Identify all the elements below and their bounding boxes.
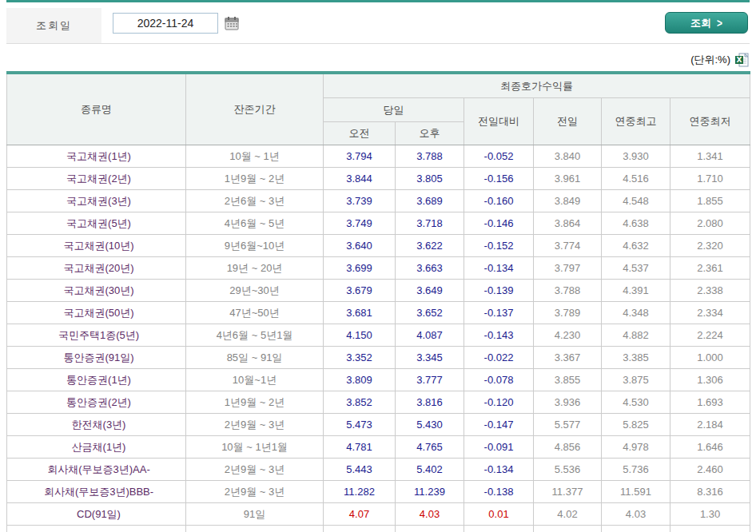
pm-yield: 3.649 <box>396 280 464 302</box>
year-high: 3.930 <box>602 145 670 168</box>
calendar-icon-svg <box>225 16 239 30</box>
excel-download-icon[interactable]: X <box>734 53 750 67</box>
year-high: 4.530 <box>602 391 670 414</box>
header-year-low: 연중최저 <box>670 98 750 145</box>
prev-day-yield: 3.797 <box>534 257 602 280</box>
year-low: 1.855 <box>670 190 750 212</box>
day-change: -0.022 <box>464 347 534 369</box>
bond-name: 국고채권(1년) <box>7 145 186 168</box>
table-body: 국고채권(1년)10월 ~ 1년3.7943.788-0.0523.8403.9… <box>7 145 750 532</box>
bond-name: CP(91일) <box>7 526 186 532</box>
pm-yield: 5.402 <box>396 459 464 481</box>
table-row: CD(91일)91일4.074.030.014.024.031.30 <box>7 503 750 526</box>
year-low: 2.361 <box>670 257 750 280</box>
year-low: 2.338 <box>670 280 750 302</box>
year-high: 5.825 <box>602 414 670 436</box>
prev-day-yield: 3.849 <box>534 190 602 212</box>
year-high: 4.537 <box>602 257 670 280</box>
bond-name: 국민주택1종(5년) <box>7 324 186 347</box>
am-yield: 3.844 <box>324 168 396 190</box>
am-yield: 5.48 <box>324 526 396 532</box>
remaining-period: 2년9월 ~ 3년 <box>186 414 324 436</box>
year-low: 1.30 <box>670 503 750 526</box>
remaining-period: 19년 ~ 20년 <box>186 257 324 280</box>
year-high: 4.03 <box>602 503 670 526</box>
table-row: 통안증권(91일)85일 ~ 91일3.3523.345-0.0223.3673… <box>7 347 750 369</box>
year-low: 1.000 <box>670 347 750 369</box>
am-yield: 4.781 <box>324 436 396 459</box>
calendar-icon[interactable] <box>225 16 239 30</box>
table-header: 종류명 잔존기간 최종호가수익률 당일 전일대비 전일 연중최고 연중최저 오전… <box>7 73 750 145</box>
bond-name: 통안증권(2년) <box>7 391 186 414</box>
prev-day-yield: 3.936 <box>534 391 602 414</box>
yield-table: 종류명 잔존기간 최종호가수익률 당일 전일대비 전일 연중최고 연중최저 오전… <box>6 71 750 532</box>
pm-yield: 3.689 <box>396 190 464 212</box>
prev-day-yield: 4.02 <box>534 503 602 526</box>
day-change: 0.01 <box>464 503 534 526</box>
search-button-label: 조회 <box>690 16 711 30</box>
search-bar: 조회일 조회 > <box>6 0 750 44</box>
prev-day-yield: 4.230 <box>534 324 602 347</box>
year-high: 5.48 <box>602 526 670 532</box>
am-yield: 3.739 <box>324 190 396 212</box>
pm-yield: 5.430 <box>396 414 464 436</box>
remaining-period: 85일 ~ 91일 <box>186 347 324 369</box>
table-row: 국고채권(2년)1년9월 ~ 2년3.8443.805-0.1563.9614.… <box>7 168 750 190</box>
bond-name: 한전채(3년) <box>7 414 186 436</box>
am-yield: 3.749 <box>324 212 396 235</box>
search-button-arrow-icon: > <box>717 16 722 29</box>
pm-yield: 3.777 <box>396 369 464 391</box>
am-yield: 3.809 <box>324 369 396 391</box>
prev-day-yield: 3.367 <box>534 347 602 369</box>
table-row: 국고채권(10년)9년6월~10년3.6403.622-0.1523.7744.… <box>7 235 750 257</box>
year-high: 4.391 <box>602 280 670 302</box>
bond-name: 회사채(무보증3년)BBB- <box>7 481 186 503</box>
table-row: 국민주택1종(5년)4년6월 ~ 5년1월4.1504.087-0.1434.2… <box>7 324 750 347</box>
year-low: 2.334 <box>670 302 750 324</box>
day-change: -0.152 <box>464 235 534 257</box>
pm-yield: 3.805 <box>396 168 464 190</box>
pm-yield: 3.622 <box>396 235 464 257</box>
am-yield: 4.150 <box>324 324 396 347</box>
table-row: 한전채(3년)2년9월 ~ 3년5.4735.430-0.1475.5775.8… <box>7 414 750 436</box>
table-row: 회사채(무보증3년)BBB-2년9월 ~ 3년11.28211.239-0.13… <box>7 481 750 503</box>
year-low: 2.184 <box>670 414 750 436</box>
prev-day-yield: 3.864 <box>534 212 602 235</box>
year-low: 1.341 <box>670 145 750 168</box>
search-button[interactable]: 조회 > <box>665 12 748 34</box>
table-row: 국고채권(50년)47년~50년3.6813.652-0.1373.7894.3… <box>7 302 750 324</box>
pm-yield: 3.788 <box>396 145 464 168</box>
remaining-period: 10월 ~ 1년 <box>186 145 324 168</box>
am-yield: 3.794 <box>324 145 396 168</box>
am-yield: 3.640 <box>324 235 396 257</box>
excel-icon-svg: X <box>734 53 750 67</box>
year-low: 2.460 <box>670 459 750 481</box>
pm-yield: 3.345 <box>396 347 464 369</box>
am-yield: 3.679 <box>324 280 396 302</box>
year-high: 4.638 <box>602 212 670 235</box>
am-yield: 11.282 <box>324 481 396 503</box>
date-input[interactable] <box>113 13 218 34</box>
bond-name: 국고채권(30년) <box>7 280 186 302</box>
am-yield: 3.681 <box>324 302 396 324</box>
year-low: 8.316 <box>670 481 750 503</box>
table-row: 국고채권(3년)2년6월 ~ 3년3.7393.689-0.1603.8494.… <box>7 190 750 212</box>
year-high: 4.548 <box>602 190 670 212</box>
day-change: -0.146 <box>464 212 534 235</box>
year-high: 4.882 <box>602 324 670 347</box>
prev-day-yield: 5.40 <box>534 526 602 532</box>
am-yield: 5.473 <box>324 414 396 436</box>
prev-day-yield: 3.789 <box>534 302 602 324</box>
year-high: 5.736 <box>602 459 670 481</box>
bond-name: 국고채권(50년) <box>7 302 186 324</box>
year-high: 4.978 <box>602 436 670 459</box>
bond-name: CD(91일) <box>7 503 186 526</box>
prev-day-yield: 3.788 <box>534 280 602 302</box>
header-pm: 오후 <box>396 122 464 145</box>
table-row: CP(91일)85일 ~ 91일5.485.480.085.405.481.55 <box>7 526 750 532</box>
pm-yield: 5.48 <box>396 526 464 532</box>
date-controls <box>101 2 239 43</box>
day-change: -0.147 <box>464 414 534 436</box>
bond-name: 회사채(무보증3년)AA- <box>7 459 186 481</box>
table-row: 국고채권(20년)19년 ~ 20년3.6993.663-0.1343.7974… <box>7 257 750 280</box>
